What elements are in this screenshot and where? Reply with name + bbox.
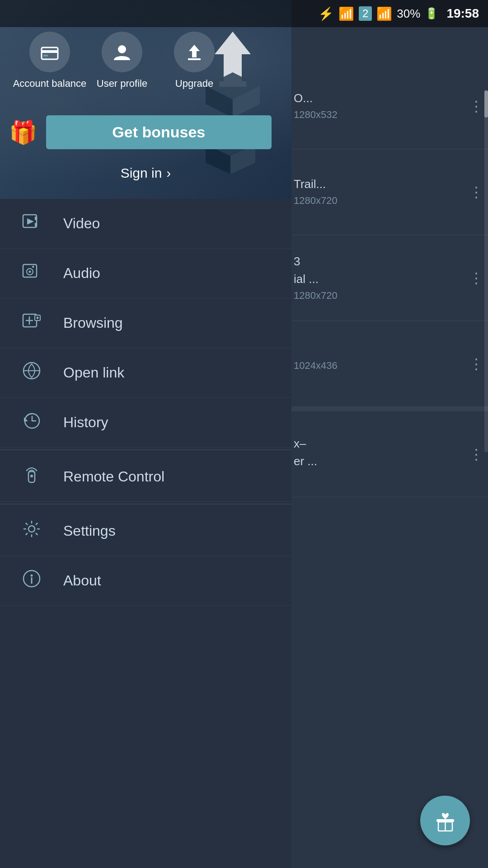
remote-control-label: Remote Control bbox=[63, 468, 164, 485]
list-item[interactable]: Trail... 1280x720 ⋮ bbox=[289, 149, 488, 235]
header-action-icons: Account balance User profile bbox=[0, 32, 291, 90]
menu-divider-1 bbox=[0, 449, 291, 450]
browsing-icon bbox=[18, 311, 45, 335]
scrollbar-thumb[interactable] bbox=[484, 90, 488, 118]
time-display: 19:58 bbox=[446, 6, 479, 21]
battery-text: 30% bbox=[397, 7, 420, 21]
item-more-icon[interactable]: ⋮ bbox=[469, 185, 483, 199]
user-profile-button[interactable]: User profile bbox=[86, 32, 158, 90]
account-balance-label: Account balance bbox=[13, 78, 87, 90]
fab-gift-button[interactable] bbox=[420, 796, 470, 845]
menu-item-video[interactable]: Video bbox=[0, 199, 291, 249]
settings-label: Settings bbox=[63, 523, 116, 539]
item-resolution: 1280x720 bbox=[294, 290, 483, 302]
menu-item-settings[interactable]: Settings bbox=[0, 506, 291, 556]
svg-marker-12 bbox=[189, 45, 200, 57]
list-item[interactable]: 1024x436 ⋮ bbox=[289, 321, 488, 407]
item-title2: er ... bbox=[294, 454, 483, 468]
charging-icon: 🔋 bbox=[425, 7, 438, 20]
history-icon bbox=[18, 411, 45, 434]
menu-divider-2 bbox=[0, 504, 291, 505]
item-more-icon[interactable]: ⋮ bbox=[469, 99, 483, 113]
svg-point-11 bbox=[118, 45, 126, 53]
svg-point-33 bbox=[30, 475, 33, 477]
svg-point-34 bbox=[28, 526, 35, 532]
menu-item-open-link[interactable]: Open link bbox=[0, 348, 291, 398]
menu-item-audio[interactable]: Audio bbox=[0, 249, 291, 298]
browsing-label: Browsing bbox=[63, 315, 123, 331]
svg-rect-18 bbox=[35, 223, 36, 226]
signal-icon: 📶 bbox=[376, 6, 392, 21]
history-label: History bbox=[63, 414, 108, 431]
upgrade-button[interactable]: Upgrade bbox=[158, 32, 230, 90]
item-resolution: 1280x532 bbox=[294, 109, 483, 121]
item-title: 3 bbox=[294, 255, 483, 269]
video-label: Video bbox=[63, 215, 100, 232]
drawer-menu: Video Audio bbox=[0, 199, 291, 868]
sign-in-arrow-icon: › bbox=[166, 165, 171, 181]
list-item[interactable]: O... 1280x532 ⋮ bbox=[289, 63, 488, 149]
open-link-icon bbox=[18, 361, 45, 385]
svg-point-21 bbox=[29, 270, 31, 273]
status-icons: ⚡ 📶 2 📶 30% 🔋 19:58 bbox=[318, 6, 479, 21]
settings-icon bbox=[18, 519, 45, 543]
bonuses-row: 🎁 Get bonuses bbox=[9, 115, 272, 149]
svg-rect-8 bbox=[42, 47, 58, 59]
item-title: x– bbox=[294, 437, 483, 451]
audio-label: Audio bbox=[63, 265, 100, 282]
svg-rect-13 bbox=[188, 58, 201, 60]
drawer-header: Account balance User profile bbox=[0, 0, 291, 199]
svg-rect-17 bbox=[35, 217, 36, 220]
video-list: O... 1280x532 ⋮ Trail... 1280x720 ⋮ 3 ia… bbox=[289, 27, 488, 868]
sign-in-row[interactable]: Sign in › bbox=[0, 165, 291, 181]
about-icon bbox=[18, 569, 45, 593]
svg-rect-9 bbox=[42, 50, 58, 53]
item-title: O... bbox=[294, 91, 483, 105]
item-more-icon[interactable]: ⋮ bbox=[469, 357, 483, 371]
sign-in-label: Sign in bbox=[121, 165, 162, 181]
navigation-drawer: Account balance User profile bbox=[0, 0, 291, 868]
menu-item-browsing[interactable]: Browsing bbox=[0, 298, 291, 348]
menu-item-history[interactable]: History bbox=[0, 398, 291, 448]
svg-marker-16 bbox=[27, 218, 34, 225]
upgrade-label: Upgrade bbox=[175, 78, 213, 90]
scrollbar-track[interactable] bbox=[484, 90, 488, 452]
get-bonuses-button[interactable]: Get bonuses bbox=[46, 115, 272, 149]
bluetooth-icon: ⚡ bbox=[318, 6, 334, 21]
audio-icon bbox=[18, 262, 45, 285]
user-profile-icon bbox=[102, 32, 142, 72]
item-resolution: 1280x720 bbox=[294, 195, 483, 207]
user-profile-label: User profile bbox=[97, 78, 147, 90]
item-more-icon[interactable]: ⋮ bbox=[469, 271, 483, 285]
remote-control-icon bbox=[18, 465, 45, 489]
svg-rect-10 bbox=[43, 55, 48, 57]
video-icon bbox=[18, 212, 45, 236]
gift-icon: 🎁 bbox=[9, 119, 37, 146]
item-title: Trail... bbox=[294, 177, 483, 191]
wifi-icon: 📶 bbox=[338, 6, 354, 21]
account-balance-icon bbox=[29, 32, 70, 72]
open-link-label: Open link bbox=[63, 364, 124, 381]
sim-badge: 2 bbox=[359, 6, 372, 21]
upgrade-icon bbox=[174, 32, 215, 72]
item-title2: ial ... bbox=[294, 272, 483, 286]
list-item[interactable]: 3 ial ... 1280x720 ⋮ bbox=[289, 235, 488, 321]
account-balance-button[interactable]: Account balance bbox=[14, 32, 86, 90]
svg-point-36 bbox=[31, 574, 33, 576]
status-bar: ⚡ 📶 2 📶 30% 🔋 19:58 bbox=[0, 0, 488, 27]
item-resolution: 1024x436 bbox=[294, 360, 483, 372]
list-item[interactable]: x– er ... ⋮ bbox=[289, 411, 488, 497]
about-label: About bbox=[63, 572, 101, 589]
menu-item-about[interactable]: About bbox=[0, 556, 291, 606]
item-more-icon[interactable]: ⋮ bbox=[469, 447, 483, 462]
menu-item-remote-control[interactable]: Remote Control bbox=[0, 452, 291, 502]
